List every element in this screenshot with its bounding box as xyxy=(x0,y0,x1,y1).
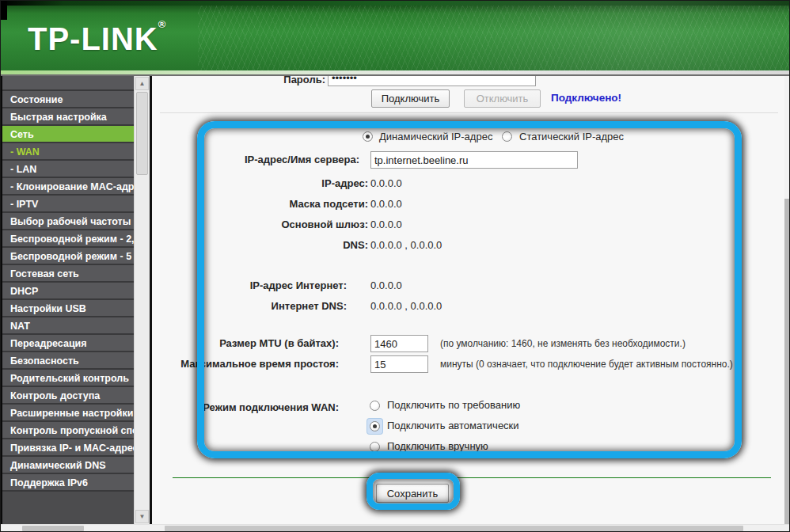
header-corner xyxy=(1,1,7,20)
wan-form: Пароль: Подключить Отключить Подключено!… xyxy=(152,76,784,531)
registered-mark: ® xyxy=(158,18,166,30)
server-name-label: IP-адрес/Имя сервера: xyxy=(152,151,359,169)
sidebar-item[interactable]: Контроль пропускной спос xyxy=(2,422,134,439)
wan-mode-option-label: Подключить автоматически xyxy=(387,418,519,434)
sidebar-item[interactable]: NAT xyxy=(2,317,134,335)
header: TP-LINK® xyxy=(1,1,789,70)
static-ip-radio[interactable] xyxy=(502,131,512,142)
scroll-up-icon[interactable]: ▲ xyxy=(135,77,149,90)
sidebar-item[interactable]: - IPTV xyxy=(2,196,134,213)
sidebar-item[interactable]: - WAN xyxy=(2,143,134,161)
sidebar-scrollbar[interactable]: ▲ ▼ xyxy=(134,76,150,531)
field-label: Основной шлюз: xyxy=(152,216,368,234)
server-name-input[interactable] xyxy=(370,151,578,169)
scroll-down-icon[interactable]: ▼ xyxy=(135,510,149,523)
mtu-label: Размер MTU (в байтах): xyxy=(152,335,339,352)
field-label: IP-адрес Интернет: xyxy=(152,277,347,294)
sidebar-partial-item xyxy=(2,76,134,91)
sidebar-item[interactable]: DHCP xyxy=(2,283,134,300)
sidebar-item[interactable]: Быстрая настройка xyxy=(2,108,134,126)
field-value: 0.0.0.0 xyxy=(370,175,402,192)
section-separator xyxy=(160,112,778,113)
wan-mode-radio[interactable] xyxy=(367,419,382,434)
sidebar-item[interactable]: Выбор рабочей частоты xyxy=(2,213,134,230)
radio-icon[interactable] xyxy=(370,421,380,431)
page-vertical-scrollbar[interactable] xyxy=(784,76,789,531)
radio-icon[interactable] xyxy=(370,442,380,452)
radio-icon[interactable] xyxy=(370,401,380,411)
field-label: IP-адрес: xyxy=(152,175,368,192)
mtu-hint: (по умолчанию: 1460, не изменять без нео… xyxy=(440,335,686,352)
sidebar-item[interactable]: Безопасность xyxy=(2,352,134,370)
idle-time-input[interactable] xyxy=(370,355,428,373)
idle-time-hint: минуты (0 означает, что подключение буде… xyxy=(440,355,733,373)
tplink-logo: TP-LINK® xyxy=(28,18,165,57)
field-label: Интернет DNS: xyxy=(152,298,347,315)
sidebar-scrollbar-thumb[interactable] xyxy=(136,92,148,175)
page-horizontal-scrollbar[interactable] xyxy=(1,524,789,531)
sidebar-item[interactable]: Беспроводной режим - 5 Г xyxy=(2,248,134,265)
connection-status: Подключено! xyxy=(551,89,621,107)
sidebar-item[interactable]: Контроль доступа xyxy=(2,387,134,405)
password-label: Пароль: xyxy=(152,76,325,89)
sidebar-item[interactable]: Переадресация xyxy=(2,335,134,352)
sidebar-item[interactable]: Настройки USB xyxy=(2,300,134,317)
sidebar-item[interactable]: Беспроводной режим - 2,4 xyxy=(2,230,134,248)
main-layout: СостояниеБыстрая настройкаСеть- WAN- LAN… xyxy=(1,76,789,531)
disconnect-button[interactable]: Отключить xyxy=(464,89,541,108)
sidebar-item[interactable]: Привязка IP- и MAC-адрес xyxy=(2,439,134,457)
sidebar-item[interactable]: - Клонирование MAC-адре xyxy=(2,178,134,196)
router-admin-page: TP-LINK® СостояниеБыстрая настройкаСеть-… xyxy=(0,0,790,532)
field-label: Маска подсети: xyxy=(152,196,368,213)
field-value: 0.0.0.0 , 0.0.0.0 xyxy=(370,237,442,254)
idle-time-label: Максимальное время простоя: xyxy=(152,355,339,373)
sidebar-item[interactable]: Состояние xyxy=(2,91,134,108)
wan-mode-option-label: Подключить вручную xyxy=(387,439,488,454)
password-input[interactable] xyxy=(328,76,536,86)
mtu-input[interactable] xyxy=(370,335,428,352)
sidebar-item[interactable]: - LAN xyxy=(2,161,134,178)
wan-mode-option-label: Подключить по требованию xyxy=(387,397,520,413)
field-value: 0.0.0.0 , 0.0.0.0 xyxy=(370,298,442,315)
sidebar-item[interactable]: Сеть xyxy=(2,126,134,143)
sidebar-item[interactable]: Родительский контроль xyxy=(2,370,134,387)
field-value: 0.0.0.0 xyxy=(370,277,402,294)
field-value: 0.0.0.0 xyxy=(370,216,402,234)
dynamic-ip-label: Динамический IP-адрес xyxy=(379,129,492,145)
field-label: DNS: xyxy=(152,237,368,254)
sidebar-item[interactable]: Поддержка IPv6 xyxy=(2,474,134,492)
sidebar-item[interactable]: Гостевая сеть xyxy=(2,265,134,283)
sidebar-item[interactable]: Расширенные настройки м xyxy=(2,405,134,422)
horizontal-scroll-thumb[interactable] xyxy=(22,526,84,531)
wan-mode-radio[interactable] xyxy=(367,439,382,454)
sidebar-item[interactable]: Динамический DNS xyxy=(2,457,134,474)
connect-button[interactable]: Подключить xyxy=(371,89,450,108)
field-value: 0.0.0.0 xyxy=(370,196,402,213)
dynamic-ip-radio[interactable] xyxy=(363,131,373,142)
static-ip-label: Статический IP-адрес xyxy=(519,129,624,145)
footer-green-line xyxy=(173,477,771,478)
wan-mode-label: Режим подключения WAN: xyxy=(152,399,339,416)
save-button[interactable]: Сохранить xyxy=(376,484,449,503)
header-top-stripe xyxy=(1,1,789,6)
sidebar-menu: СостояниеБыстрая настройкаСеть- WAN- LAN… xyxy=(1,76,134,531)
wan-mode-radio[interactable] xyxy=(367,398,382,413)
horizontal-scroll-thumb[interactable] xyxy=(165,526,743,531)
